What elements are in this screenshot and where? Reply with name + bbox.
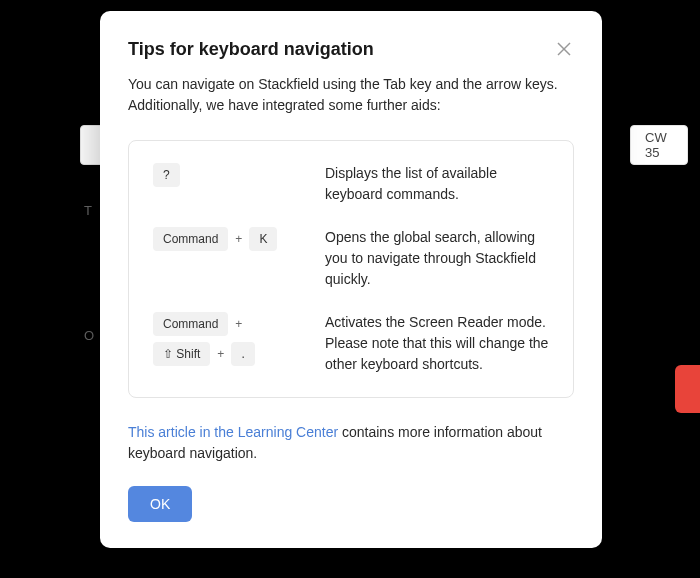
modal-header: Tips for keyboard navigation	[128, 39, 574, 60]
plus-icon: +	[234, 232, 243, 246]
key: ?	[153, 163, 180, 187]
ok-button[interactable]: OK	[128, 486, 192, 522]
tip-row: Command + ⇧ Shift + . Activates the Scre…	[153, 312, 549, 375]
close-icon	[557, 42, 571, 56]
plus-icon: +	[234, 317, 243, 331]
key: .	[231, 342, 254, 366]
tip-keys: Command + K	[153, 227, 301, 251]
tip-desc: Opens the global search, allowing you to…	[325, 227, 549, 290]
key: ⇧ Shift	[153, 342, 210, 366]
tip-keys: ?	[153, 163, 301, 187]
tip-desc: Activates the Screen Reader mode. Please…	[325, 312, 549, 375]
plus-icon: +	[216, 347, 225, 361]
key: Command	[153, 227, 228, 251]
bg-label-t: T	[84, 203, 92, 218]
tip-row: Command + K Opens the global search, all…	[153, 227, 549, 290]
modal-intro: You can navigate on Stackfield using the…	[128, 74, 574, 116]
footer-text: This article in the Learning Center cont…	[128, 422, 574, 464]
key: Command	[153, 312, 228, 336]
learning-center-link[interactable]: This article in the Learning Center	[128, 424, 338, 440]
bg-chip-cw: CW 35	[630, 125, 688, 165]
tip-desc: Displays the list of available keyboard …	[325, 163, 549, 205]
tip-keys: Command + ⇧ Shift + .	[153, 312, 301, 366]
key: K	[249, 227, 277, 251]
bg-red-accent	[675, 365, 700, 413]
keyboard-tips-modal: Tips for keyboard navigation You can nav…	[100, 11, 602, 548]
close-button[interactable]	[554, 39, 574, 59]
bg-label-o: O	[84, 328, 94, 343]
tip-row: ? Displays the list of available keyboar…	[153, 163, 549, 205]
modal-title: Tips for keyboard navigation	[128, 39, 374, 60]
tips-box: ? Displays the list of available keyboar…	[128, 140, 574, 398]
